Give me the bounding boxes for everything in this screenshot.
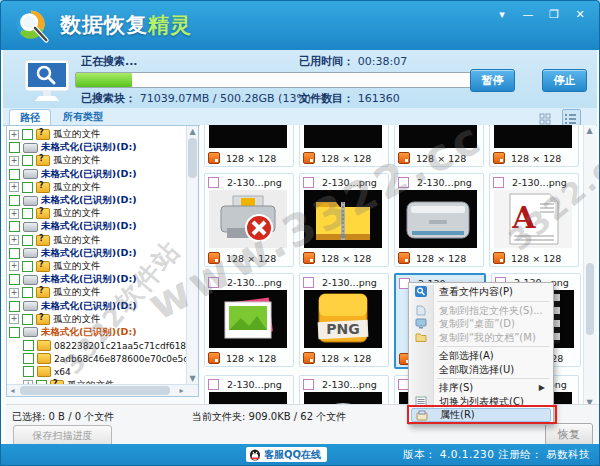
- tree-checkbox[interactable]: [9, 169, 20, 180]
- tree-checkbox[interactable]: [9, 221, 20, 232]
- menu-item[interactable]: 查看文件内容(P): [411, 285, 551, 299]
- file-checkbox[interactable]: [208, 277, 219, 288]
- menu-dropdown-button[interactable]: ▾: [494, 8, 510, 22]
- pause-button[interactable]: 暂停: [470, 69, 515, 92]
- menu-item[interactable]: 复制到“桌面”(D): [411, 317, 551, 331]
- qq-support-badge[interactable]: 客服QQ在线: [246, 447, 327, 462]
- thumbnail-black: [399, 125, 477, 148]
- file-cell[interactable]: 2-130...png128 × 128: [394, 125, 484, 167]
- file-cell[interactable]: 2-130...png128 × 128: [204, 273, 294, 367]
- filetype-icon: [303, 152, 315, 164]
- file-checkbox[interactable]: [398, 177, 409, 188]
- tree-hscrollbar[interactable]: ◂ ▸: [7, 384, 198, 396]
- tree-item-label: 未格式化(已识别)(D:): [41, 141, 137, 154]
- tree-item[interactable]: +孤立的文件: [8, 260, 180, 273]
- grid-view-icon[interactable]: [537, 109, 556, 126]
- file-cell[interactable]: 2-130...png128 × 128: [489, 125, 579, 167]
- stop-button[interactable]: 停止: [542, 69, 587, 92]
- tree-checkbox[interactable]: [22, 208, 33, 219]
- tree-item[interactable]: 未格式化(已识别)(D:): [8, 299, 180, 312]
- tree-checkbox[interactable]: [23, 353, 34, 364]
- tree-item[interactable]: x64: [8, 365, 180, 378]
- tab-path[interactable]: 路径: [9, 109, 51, 126]
- filetype-icon: [493, 252, 505, 264]
- file-cell[interactable]: 2-130...pngA128 × 128: [489, 173, 579, 267]
- menu-item[interactable]: 全部选择(A): [411, 349, 551, 363]
- tree-item[interactable]: 未格式化(已识别)(D:): [8, 168, 180, 181]
- tree-item[interactable]: +孤立的文件: [8, 286, 180, 299]
- minimize-button[interactable]: —: [520, 8, 536, 22]
- tree-item[interactable]: 未格式化(已识别)(D:): [8, 273, 180, 286]
- tree-checkbox[interactable]: [23, 366, 34, 377]
- tree-item[interactable]: +孤立的文件: [8, 234, 180, 247]
- tree-checkbox[interactable]: [22, 287, 33, 298]
- recover-button[interactable]: 恢复: [545, 423, 593, 446]
- tree-checkbox[interactable]: [9, 301, 20, 312]
- search-status: 正在搜索...: [81, 54, 138, 69]
- tree-item[interactable]: +孤立的文件: [8, 128, 180, 141]
- file-checkbox[interactable]: [303, 379, 314, 390]
- file-checkbox[interactable]: [208, 379, 219, 390]
- menu-separator: [437, 301, 549, 302]
- menu-item[interactable]: 复制到“我的文档”(M): [411, 331, 551, 345]
- tree-item[interactable]: 未格式化(已识别)(D:): [8, 141, 180, 154]
- filetype-icon: [303, 352, 315, 364]
- tree-item[interactable]: +孤立的文件: [8, 181, 180, 194]
- menu-item[interactable]: 切换为列表模式(C): [411, 395, 551, 409]
- version-info: 版本： 4.0.1.230 注册给： 易数科技: [403, 448, 590, 462]
- tree-checkbox[interactable]: [9, 327, 20, 338]
- tree-checkbox[interactable]: [22, 314, 33, 325]
- grid-vscrollbar[interactable]: ▲ ▼: [583, 125, 596, 408]
- tree-checkbox[interactable]: [9, 142, 20, 153]
- file-checkbox[interactable]: [303, 277, 314, 288]
- expand-icon[interactable]: +: [9, 182, 19, 192]
- list-view-icon[interactable]: [562, 109, 581, 126]
- tree-item[interactable]: 082238201c21aa5c71cdf618b685cc25: [8, 339, 180, 352]
- menu-item[interactable]: 复制到指定文件夹(S)...: [411, 304, 551, 318]
- expand-icon[interactable]: +: [9, 235, 19, 245]
- tree-item-label: 未格式化(已识别)(D:): [41, 273, 137, 286]
- tree-checkbox[interactable]: [22, 129, 33, 140]
- tree-checkbox[interactable]: [9, 248, 20, 259]
- expand-icon[interactable]: +: [9, 261, 19, 271]
- file-name: 2-130...png: [227, 277, 282, 288]
- file-cell[interactable]: 2-130...png128 × 128: [299, 125, 389, 167]
- tree-item[interactable]: +孤立的文件: [8, 313, 180, 326]
- tree-checkbox[interactable]: [22, 155, 33, 166]
- file-cell[interactable]: 2-130...pngPNG128 × 128: [299, 273, 389, 367]
- file-cell[interactable]: 2-130...png128 × 128: [204, 125, 294, 167]
- file-checkbox[interactable]: [303, 177, 314, 188]
- tree-item[interactable]: +孤立的文件: [8, 207, 180, 220]
- expand-icon[interactable]: +: [9, 209, 19, 219]
- expand-icon[interactable]: +: [9, 314, 19, 324]
- expand-icon[interactable]: +: [9, 130, 19, 140]
- tree-item[interactable]: 未格式化(已识别)(D:): [8, 247, 180, 260]
- tree-checkbox[interactable]: [22, 182, 33, 193]
- tab-all-types[interactable]: 所有类型: [53, 109, 113, 125]
- tree-vscrollbar[interactable]: ▲ ▼: [186, 126, 198, 384]
- tree-item[interactable]: 未格式化(已识别)(D:): [8, 220, 180, 233]
- file-dimensions: 128 × 128: [226, 253, 276, 264]
- menu-item[interactable]: 全部取消选择(U): [411, 363, 551, 377]
- tree-checkbox[interactable]: [9, 195, 20, 206]
- file-cell[interactable]: 2-130...png128 × 128: [394, 173, 484, 267]
- close-button[interactable]: ✕: [572, 8, 588, 22]
- menu-item[interactable]: 属性(R): [411, 408, 551, 422]
- file-cell[interactable]: 2-130...png128 × 128: [299, 173, 389, 267]
- maximize-button[interactable]: ❐: [546, 8, 562, 22]
- tree-item[interactable]: 未格式化(已识别)(D:): [8, 326, 180, 339]
- tree-checkbox[interactable]: [23, 340, 34, 351]
- menu-item[interactable]: 排序(S)▶: [411, 381, 551, 395]
- file-cell[interactable]: 2-130...png128 × 128: [204, 173, 294, 267]
- tree-checkbox[interactable]: [9, 274, 20, 285]
- orphan-folder-icon: [36, 208, 50, 219]
- file-checkbox[interactable]: [493, 177, 504, 188]
- expand-icon[interactable]: +: [9, 156, 19, 166]
- expand-icon[interactable]: +: [9, 288, 19, 298]
- tree-item[interactable]: 2adb68c46e878600e70c0e5df8f4d977: [8, 352, 180, 365]
- tree-item[interactable]: +孤立的文件: [8, 154, 180, 167]
- file-checkbox[interactable]: [208, 177, 219, 188]
- tree-checkbox[interactable]: [22, 261, 33, 272]
- tree-item[interactable]: 未格式化(已识别)(D:): [8, 194, 180, 207]
- tree-checkbox[interactable]: [22, 235, 33, 246]
